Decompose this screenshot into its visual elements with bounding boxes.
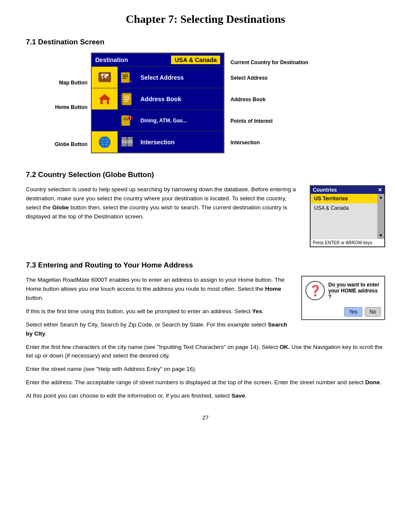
section-71-title: 7.1 Destination Screen [26,38,385,47]
section-73-title: 7.3 Entering and Routing to Your Home Ad… [26,261,385,270]
para-73-6: Enter the address. The acceptable range … [26,378,385,387]
countries-scrollbar: ▲ ▼ [377,194,384,239]
countries-popup-title: Countries [313,187,337,193]
yes-button[interactable]: Yes [344,307,362,317]
screen-header-right: USA & Canada [171,56,220,64]
home-popup-content: ❓ Do you want to enter your HOME address… [302,277,384,305]
para-73-2: If this is the first time using this but… [26,307,293,316]
countries-popup-header: Countries ✕ [311,186,384,194]
para-73-3: Select either Search by City, Search by … [26,320,293,339]
section-72-text: Country selection is used to help speed … [26,185,301,226]
left-button-labels: Map Button Home Button Globe Button [55,71,91,157]
country-item-usa-canada[interactable]: USA & Canada [311,203,377,213]
section-73: 7.3 Entering and Routing to Your Home Ad… [26,261,385,401]
para-73-4: Enter the first few characters of the ci… [26,343,385,361]
poi-label: Dining, ATM, Gas... [137,118,224,124]
map-icon: 🗺 [92,67,118,88]
intersection-annotation: Intersection [230,132,308,153]
no-button[interactable]: No [365,307,381,317]
select-address-label: Select Address [137,74,224,81]
svg-rect-11 [121,95,123,96]
home-popup-image: ❓ Do you want to enter your HOME address… [301,276,385,320]
current-country-label: Current Country for Destination [230,53,308,67]
section-72-content: Country selection is used to help speed … [26,185,385,247]
countries-list-row: US Territories USA & Canada ▲ ▼ [311,194,384,239]
address-book-label: Address Book [137,96,224,103]
countries-popup: Countries ✕ US Territories USA & Canada … [310,185,385,247]
poi-annotation: Points of Interest [230,110,308,132]
screen-header-left: Destination [95,56,128,63]
countries-close-button[interactable]: ✕ [378,187,382,193]
row-address-book[interactable]: Address Book [92,88,224,109]
countries-empty-area [311,213,377,239]
para-73-1: The Magellan RoadMate 6000T enables you … [26,276,293,303]
home-address-popup: ❓ Do you want to enter your HOME address… [301,276,385,320]
row-poi[interactable]: ! Dining, ATM, Gas... [92,109,224,131]
question-mark-icon: ❓ [305,281,325,300]
poi-icon: ! [118,110,137,131]
countries-list: US Territories USA & Canada [311,194,377,239]
scroll-down-arrow[interactable]: ▼ [378,232,384,239]
home-icon [92,88,118,109]
right-annotation-labels: Current Country for Destination Select A… [224,53,308,153]
address-book-annotation: Address Book [230,89,308,110]
para-73-5: Enter the street name (see "Help with Ad… [26,365,385,374]
select-address-annotation: Select Address [230,67,308,89]
page-number: 27 [26,414,385,421]
section-73-text: The Magellan RoadMate 6000T enables you … [26,276,293,343]
map-button-label: Map Button [55,80,87,86]
intersection-icon [118,131,137,152]
row-select-address[interactable]: 🗺 Select Address [92,66,224,88]
destination-screen: Destination USA & Canada 🗺 Select Addres… [91,53,224,153]
svg-text:🗺: 🗺 [101,72,109,81]
globe-icon [92,131,118,152]
countries-footer: Press ENTER or ARROW keys [311,239,384,246]
section-72-para: Country selection is used to help speed … [26,185,301,221]
svg-rect-8 [103,100,107,104]
address-book-icon [118,88,137,109]
home-popup-question: Do you want to enter your HOME address ? [328,282,381,300]
home-button-label: Home Button [55,104,87,110]
svg-rect-12 [121,98,123,100]
country-item-us-territories[interactable]: US Territories [311,194,377,203]
countries-popup-image: Countries ✕ US Territories USA & Canada … [310,185,385,247]
section-72-title: 7.2 Country Selection (Globe Button) [26,171,385,179]
section-73-content: The Magellan RoadMate 6000T enables you … [26,276,385,343]
para-73-7: At this point you can choose to edit the… [26,392,385,401]
poi-left-empty [92,110,118,131]
svg-text:!: ! [130,116,131,121]
intersection-label: Intersection [137,139,224,146]
row-intersection[interactable]: Intersection [92,131,224,152]
screen-header: Destination USA & Canada [92,53,224,66]
svg-rect-13 [121,102,123,103]
select-address-icon [118,67,137,88]
home-popup-buttons: Yes No [302,305,384,319]
globe-button-label: Globe Button [55,141,87,147]
section-71: 7.1 Destination Screen Map Button Home B… [26,38,385,157]
destination-diagram: Map Button Home Button Globe Button Dest… [55,53,356,157]
scroll-up-arrow[interactable]: ▲ [378,194,384,200]
svg-rect-9 [122,93,131,105]
chapter-title: Chapter 7: Selecting Destinations [26,13,385,26]
svg-rect-3 [121,72,130,83]
section-72: 7.2 Country Selection (Globe Button) Cou… [26,171,385,247]
